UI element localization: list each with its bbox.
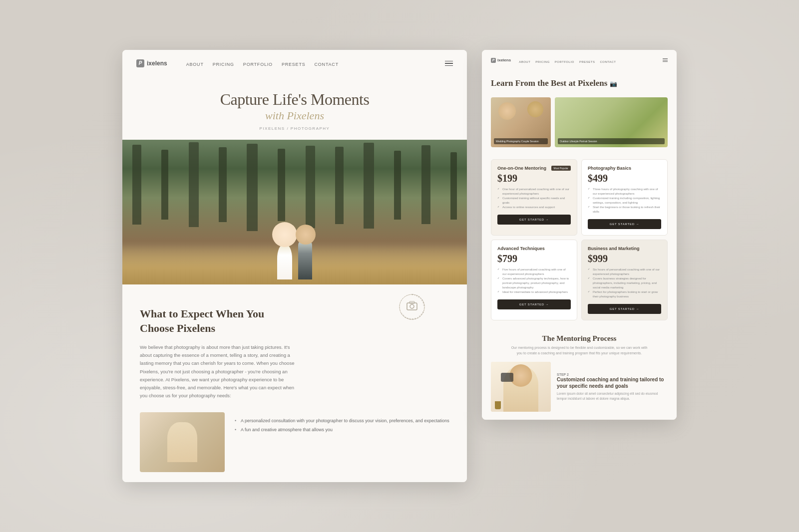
step-info: STEP 2 Customized coaching and training … xyxy=(557,373,668,401)
pricing-card-business: Business and Marketing $999 Six hours of… xyxy=(581,240,668,320)
camera-emoji: 📷 xyxy=(610,80,617,87)
right-hero-text: Learn From the Best at Pixelens 📷 xyxy=(491,78,668,92)
right-nav: P ixelens ABOUT PRICING PORTFOLIO PRESET… xyxy=(482,50,677,71)
feature-3-1: Five hours of personalized coaching with… xyxy=(497,267,571,276)
card-header-2: Photography Basics xyxy=(588,166,661,171)
bullet-item-1: A personalized consultation with your ph… xyxy=(235,417,449,424)
mentoring-desc: Our mentoring process is designed to be … xyxy=(509,345,649,356)
svg-rect-1 xyxy=(407,303,417,310)
get-started-btn-4[interactable]: GET STARTED → xyxy=(588,304,661,314)
pricing-card-basics: Photography Basics $499 Three hours of p… xyxy=(581,159,668,236)
hero-subtitle: with Pixelens xyxy=(142,109,447,122)
nav-about[interactable]: ABOUT xyxy=(186,62,204,67)
right-panel: P ixelens ABOUT PRICING PORTFOLIO PRESET… xyxy=(482,50,677,420)
step-text: Lorem ipsum dolor sit amet consectetur a… xyxy=(557,391,668,401)
right-image-caption: Outdoor Lifestyle Portrait Session xyxy=(558,138,665,145)
mentor-image xyxy=(491,362,551,412)
feature-4-1: Six hours of personalized coaching with … xyxy=(588,267,661,276)
bullet-item-2: A fun and creative atmosphere that allow… xyxy=(235,426,449,433)
get-started-btn-1[interactable]: GET STARTED → xyxy=(497,215,571,225)
price-3: $799 xyxy=(497,253,571,265)
card-header-1: One-on-One Mentoring Most Popular xyxy=(497,166,571,171)
pricing-card-advanced: Advanced Techniques $799 Five hours of p… xyxy=(491,240,577,320)
left-panel: P ixelens ABOUT PRICING PORTFOLIO PRESET… xyxy=(122,50,467,482)
right-img-outdoor: Outdoor Lifestyle Portrait Session xyxy=(555,97,668,147)
feature-1-3: Access to online resources and support xyxy=(497,205,571,210)
card-title-4: Business and Marketing xyxy=(588,246,640,251)
price-2: $499 xyxy=(588,173,661,184)
card-header-3: Advanced Techniques xyxy=(497,246,571,251)
hero-image xyxy=(122,140,467,284)
right-logo-icon: P xyxy=(491,58,496,63)
feature-3-3: Ideal for intermediate to advanced photo… xyxy=(497,290,571,294)
left-logo[interactable]: P ixelens xyxy=(136,59,167,67)
mentoring-section: The Mentoring Process Our mentoring proc… xyxy=(482,325,677,420)
content-text: We believe that photography is about mor… xyxy=(140,343,300,400)
right-nav-links: ABOUT PRICING PORTFOLIO PRESETS CONTACT xyxy=(519,56,616,65)
nav-portfolio[interactable]: PORTFOLIO xyxy=(243,62,273,67)
hamburger-icon[interactable] xyxy=(445,61,453,66)
right-nav-pricing[interactable]: PRICING xyxy=(535,60,550,63)
left-image-caption: Wedding Photography Couple Session xyxy=(494,138,548,145)
card-header-4: Business and Marketing xyxy=(588,246,661,251)
logo-icon: P xyxy=(136,59,144,67)
right-logo[interactable]: P ixelens xyxy=(491,58,511,63)
pricing-section: One-on-One Mentoring Most Popular $199 O… xyxy=(482,154,677,325)
mentoring-content: STEP 2 Customized coaching and training … xyxy=(491,362,668,412)
svg-point-2 xyxy=(410,304,414,308)
right-hero-section: Learn From the Best at Pixelens 📷 xyxy=(482,71,677,97)
right-nav-about[interactable]: ABOUT xyxy=(519,60,530,63)
features-3: Five hours of personalized coaching with… xyxy=(497,267,571,294)
right-img-couple: Wedding Photography Couple Session xyxy=(491,97,551,147)
right-hero-title: Learn From the Best at Pixelens 📷 xyxy=(491,78,668,88)
right-nav-contact[interactable]: CONTACT xyxy=(600,60,616,63)
bullet-list: A personalized consultation with your ph… xyxy=(235,412,449,472)
right-hamburger-icon[interactable] xyxy=(663,58,668,62)
hero-breadcrumb: PIXELENS / PHOTOGRAPHY xyxy=(142,126,447,131)
hero-title: Capture Life's Moments xyxy=(142,91,447,108)
main-container: P ixelens ABOUT PRICING PORTFOLIO PRESET… xyxy=(122,50,677,482)
nav-contact[interactable]: CONTACT xyxy=(315,62,339,67)
features-4: Six hours of personalized coaching with … xyxy=(588,267,661,299)
feature-1-1: One hour of personalized coaching with o… xyxy=(497,187,571,196)
feature-4-3: Perfect for photographers looking to sta… xyxy=(588,290,661,299)
popular-badge: Most Popular xyxy=(551,166,571,171)
right-images-row: Wedding Photography Couple Session Outdo… xyxy=(482,97,677,154)
content-section: What to Expect When You Choose Pixelens … xyxy=(122,284,467,412)
pricing-card-mentoring: One-on-One Mentoring Most Popular $199 O… xyxy=(491,159,577,236)
mentoring-title: The Mentoring Process xyxy=(491,334,668,343)
left-nav: P ixelens ABOUT PRICING PORTFOLIO PRESET… xyxy=(122,50,467,77)
nav-pricing[interactable]: PRICING xyxy=(213,62,234,67)
feature-2-1: Three hours of photography coaching with… xyxy=(588,187,661,196)
card-title-1: One-on-One Mentoring xyxy=(497,166,546,171)
step-title: Customized coaching and training tailore… xyxy=(557,376,668,389)
feature-2-2: Customized training including compositio… xyxy=(588,196,661,205)
right-nav-portfolio[interactable]: PORTFOLIO xyxy=(555,60,574,63)
hero-text: Capture Life's Moments with Pixelens PIX… xyxy=(122,77,467,140)
get-started-btn-3[interactable]: GET STARTED → xyxy=(497,299,571,309)
svg-text:PIXELENS · PHOTOGRAPHY ·: PIXELENS · PHOTOGRAPHY · xyxy=(399,293,425,320)
feature-3-2: Covers advanced photography techniques, … xyxy=(497,276,571,290)
bottom-section: A personalized consultation with your ph… xyxy=(122,412,467,482)
card-title-3: Advanced Techniques xyxy=(497,246,545,251)
bottom-image xyxy=(140,412,225,472)
card-title-2: Photography Basics xyxy=(588,166,631,171)
feature-1-2: Customized training without specific nee… xyxy=(497,196,571,205)
price-1: $199 xyxy=(497,173,571,184)
get-started-btn-2[interactable]: GET STARTED → xyxy=(588,219,661,229)
circular-logo: PIXELENS · PHOTOGRAPHY · xyxy=(397,292,427,322)
content-title: What to Expect When You Choose Pixelens xyxy=(140,307,300,335)
features-1: One hour of personalized coaching with o… xyxy=(497,187,571,210)
feature-2-3: Start the beginners or those looking to … xyxy=(588,205,661,214)
nav-presets[interactable]: PRESETS xyxy=(282,62,306,67)
right-nav-presets[interactable]: PRESETS xyxy=(579,60,595,63)
features-2: Three hours of photography coaching with… xyxy=(588,187,661,214)
price-4: $999 xyxy=(588,253,661,265)
left-nav-links: ABOUT PRICING PORTFOLIO PRESETS CONTACT xyxy=(186,59,339,68)
feature-4-2: Covers business strategies designed for … xyxy=(588,276,661,290)
step-number: STEP 2 xyxy=(557,373,668,376)
